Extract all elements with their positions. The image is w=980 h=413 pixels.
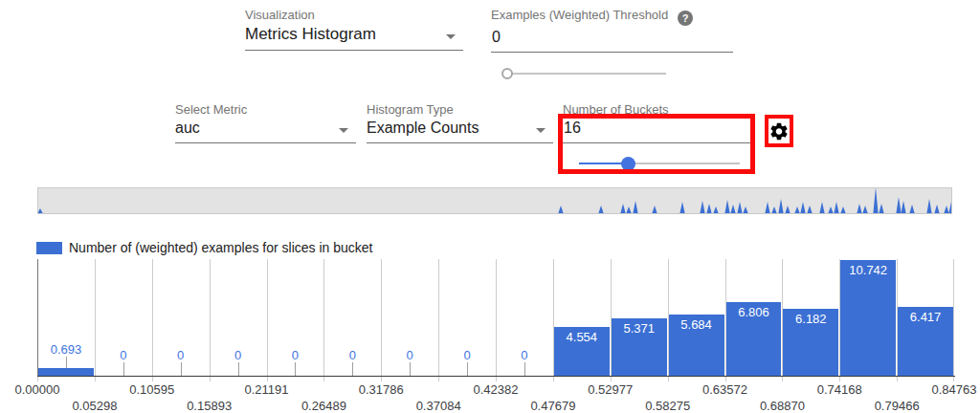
x-axis-label: 0.42382	[474, 382, 519, 397]
settings-button[interactable]	[765, 115, 793, 147]
histogram-type-label: Histogram Type	[367, 102, 553, 117]
overview-spike	[765, 202, 769, 213]
axis-tick	[37, 377, 38, 381]
overview-spike	[598, 206, 603, 213]
bar-value-label: 6.182	[795, 312, 827, 326]
annotation-stem	[295, 362, 296, 376]
gear-icon	[768, 120, 790, 142]
slices-overview-strip[interactable]	[37, 187, 952, 214]
overview-spike	[807, 206, 812, 213]
metric-select[interactable]: auc	[175, 117, 356, 143]
x-axis-label: 0.37084	[416, 399, 461, 413]
x-axis-label: 0.84763	[932, 382, 977, 397]
gridline	[438, 259, 439, 376]
axis-tick	[323, 377, 324, 381]
axis-tick	[668, 377, 669, 381]
bar-value-label: 6.417	[910, 310, 942, 324]
gridline	[953, 259, 954, 376]
axis-tick	[553, 377, 554, 381]
overview-spike	[800, 202, 805, 213]
overview-spike	[896, 197, 901, 213]
x-axis-label: 0.58275	[645, 399, 690, 413]
x-axis-label: 0.63572	[702, 382, 747, 397]
overview-spike	[794, 206, 799, 213]
x-axis-label: 0.26489	[301, 399, 346, 413]
visualization-select[interactable]: Metrics Histogram	[245, 22, 463, 51]
bar-value-label: 0	[177, 348, 184, 362]
bar-value-label: 0	[292, 348, 299, 362]
highlight-box	[558, 114, 755, 174]
overview-spike	[633, 201, 637, 213]
threshold-slider-track[interactable]	[502, 73, 666, 75]
overview-spike	[778, 199, 783, 213]
metric-value: auc	[175, 117, 356, 142]
help-icon[interactable]: ?	[678, 11, 693, 26]
overview-spike	[828, 206, 833, 213]
annotation-stem	[123, 362, 124, 376]
overview-spike	[948, 202, 951, 213]
metric-field: Select Metric auc	[175, 102, 356, 143]
annotation-stem	[524, 362, 525, 376]
x-axis-label: 0.21191	[244, 382, 288, 397]
bar-value-label: 5.371	[623, 321, 655, 336]
x-axis-label: 0.15893	[187, 399, 232, 413]
visualization-label: Visualization	[245, 8, 463, 22]
overview-spike	[857, 204, 861, 213]
bar-value-label: 0	[407, 348, 413, 362]
bar-value-label: 10.742	[849, 263, 887, 277]
legend-swatch	[36, 242, 62, 254]
gridline	[267, 259, 268, 376]
bar-value-label: 0	[521, 348, 527, 362]
bar-value-label: 5.684	[680, 317, 712, 332]
gridline	[210, 259, 211, 376]
x-axis-label: 0.68870	[760, 399, 805, 413]
histogram-bar[interactable]	[840, 260, 896, 376]
overview-spike	[724, 200, 729, 213]
metrics-histogram-chart: 0.693000000004.5545.3715.6846.8066.18210…	[37, 259, 980, 413]
histogram-type-select[interactable]: Example Counts	[367, 117, 553, 143]
overview-spike	[819, 202, 824, 213]
axis-tick	[438, 377, 439, 381]
overview-spike	[737, 202, 742, 213]
overview-spike	[909, 205, 914, 213]
overview-spike	[679, 202, 684, 213]
threshold-input[interactable]	[491, 26, 733, 53]
slices-overview-spikes	[38, 188, 951, 213]
overview-spike	[38, 208, 43, 213]
axis-tick	[152, 377, 153, 381]
axis-tick	[839, 377, 840, 381]
axis-tick	[496, 377, 497, 381]
overview-spike	[879, 204, 883, 213]
axis-tick	[95, 377, 96, 381]
axis-tick	[611, 377, 612, 381]
overview-spike	[620, 204, 625, 213]
gridline	[496, 259, 497, 376]
visualization-field: Visualization Metrics Histogram	[245, 8, 463, 51]
overview-spike	[558, 206, 563, 213]
axis-tick	[210, 377, 211, 381]
annotation-stem	[467, 362, 468, 376]
gridline	[95, 259, 96, 376]
x-axis-label: 0.05298	[72, 399, 117, 413]
overview-spike	[873, 188, 878, 213]
chevron-down-icon	[446, 34, 456, 39]
overview-spike	[700, 201, 704, 213]
bar-value-label: 4.554	[567, 330, 598, 344]
overview-spike	[706, 204, 711, 213]
overview-spike	[944, 206, 948, 213]
overview-spike	[730, 205, 735, 213]
threshold-label: Examples (Weighted) Threshold	[491, 8, 668, 22]
bar-value-label: 0.693	[51, 342, 82, 357]
chevron-down-icon	[536, 128, 546, 133]
histogram-bar[interactable]	[38, 368, 94, 376]
axis-tick	[782, 377, 783, 381]
annotation-stem	[352, 362, 353, 376]
overview-spike	[771, 206, 776, 213]
axis-tick	[953, 377, 954, 381]
gridline	[152, 259, 153, 376]
axis-tick	[897, 377, 898, 381]
bar-value-label: 0	[120, 348, 126, 362]
annotation-stem	[410, 362, 411, 376]
x-axis-line	[37, 376, 955, 377]
threshold-slider-handle[interactable]	[501, 68, 513, 79]
